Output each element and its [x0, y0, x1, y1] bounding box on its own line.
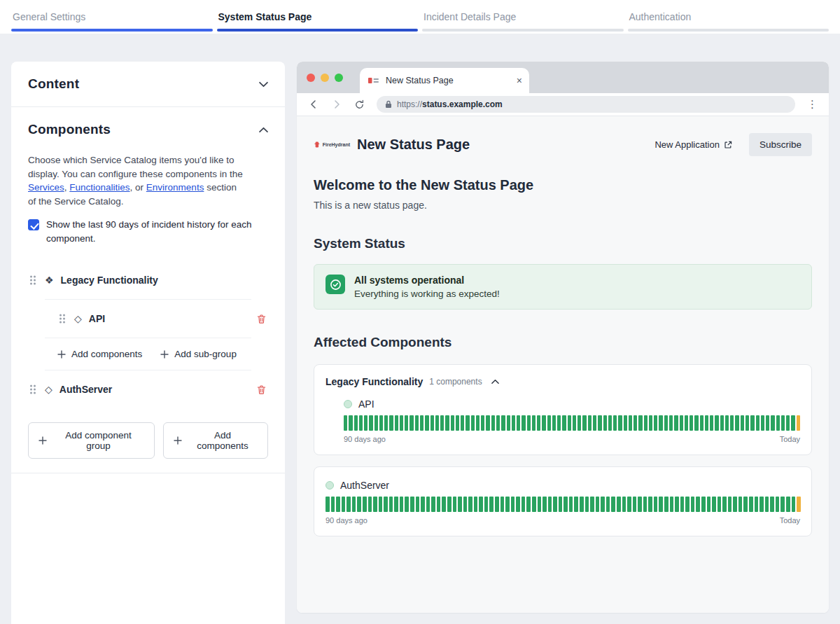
uptime-day-bar — [474, 497, 478, 512]
uptime-day-bar — [756, 415, 760, 431]
chevron-down-icon — [259, 81, 268, 88]
browser-chrome-bar: New Status Page × — [297, 62, 829, 93]
uptime-day-bar — [669, 415, 673, 431]
uptime-day-bar — [461, 415, 464, 431]
uptime-day-bar — [374, 415, 378, 431]
uptime-day-bar — [685, 415, 688, 431]
uptime-day-bar — [491, 415, 495, 431]
uptime-day-bar — [786, 415, 790, 431]
uptime-day-bar — [559, 497, 563, 512]
uptime-day-bar — [659, 415, 662, 431]
uptime-day-bar — [712, 497, 716, 512]
url-host: status.example.com — [422, 99, 503, 109]
new-application-link[interactable]: New Application — [654, 139, 732, 150]
drag-handle-icon[interactable] — [57, 312, 67, 326]
content-section-toggle[interactable]: Content — [11, 62, 285, 106]
uptime-day-bar — [670, 497, 674, 512]
uptime-day-bar — [738, 497, 743, 512]
add-component-group-button[interactable]: Add component group — [28, 422, 155, 459]
uptime-day-bar — [593, 415, 596, 431]
uptime-day-bar — [368, 497, 372, 512]
uptime-day-bar — [416, 497, 420, 512]
back-icon — [308, 99, 319, 110]
uptime-day-bar — [553, 497, 557, 512]
drag-handle-icon[interactable] — [28, 273, 38, 287]
uptime-day-bar — [410, 415, 413, 431]
uptime-start-label: 90 days ago — [344, 435, 386, 443]
uptime-day-bar — [537, 415, 540, 431]
uptime-day-bar — [507, 415, 510, 431]
check-circle-icon — [326, 275, 345, 294]
uptime-day-bar — [468, 497, 472, 512]
uptime-day-bar — [585, 497, 589, 512]
uptime-day-bar — [617, 497, 621, 512]
uptime-day-bar — [590, 497, 594, 512]
uptime-day-bar — [735, 415, 738, 431]
uptime-day-bar — [542, 415, 545, 431]
uptime-day-bar — [526, 497, 531, 512]
uptime-day-bar — [501, 415, 505, 431]
uptime-bars — [326, 497, 800, 512]
uptime-day-bar — [405, 497, 409, 512]
affected-components-heading: Affected Components — [314, 335, 812, 350]
panel-bottom-actions: Add component group Add components — [28, 408, 268, 473]
history-checkbox[interactable] — [28, 219, 39, 230]
components-section-toggle[interactable]: Components — [11, 107, 285, 152]
uptime-day-bar — [564, 497, 568, 512]
uptime-day-bar — [463, 497, 468, 512]
components-description: Choose which Service Catalog items you'd… — [28, 153, 246, 208]
uptime-day-bar — [675, 497, 679, 512]
component-group-card-header: Legacy Functionality 1 components — [326, 376, 800, 387]
environments-link[interactable]: Environments — [146, 182, 204, 193]
add-components-button[interactable]: Add components — [57, 349, 142, 359]
uptime-day-bar — [384, 497, 388, 512]
uptime-day-bar — [718, 497, 722, 512]
history-checkbox-row[interactable]: Show the last 90 days of incident histor… — [28, 218, 268, 246]
uptime-day-bar — [765, 497, 769, 512]
uptime-day-bar — [638, 415, 642, 431]
plus-icon — [160, 350, 169, 359]
add-components-button-bottom[interactable]: Add components — [163, 422, 268, 459]
uptime-day-bar — [766, 415, 769, 431]
traffic-lights — [307, 74, 343, 82]
uptime-day-bar — [481, 415, 484, 431]
uptime-day-bar — [746, 415, 749, 431]
uptime-day-bar — [659, 497, 663, 512]
services-link[interactable]: Services — [28, 182, 64, 193]
lock-icon — [385, 100, 392, 109]
minimize-window-icon — [321, 74, 329, 82]
add-components-bottom-label: Add components — [188, 430, 258, 451]
uptime-day-bar — [538, 497, 542, 512]
uptime-day-bar — [664, 415, 668, 431]
add-subgroup-button[interactable]: Add sub-group — [160, 349, 237, 359]
uptime-day-bar — [532, 497, 536, 512]
uptime-day-bar — [644, 415, 648, 431]
tab-system-status-page[interactable]: System Status Page — [217, 0, 419, 34]
delete-component-button[interactable] — [255, 383, 268, 396]
uptime-day-bar — [786, 497, 790, 512]
functionalities-link[interactable]: Functionalities — [69, 182, 130, 193]
collapse-chevron-up-icon[interactable] — [491, 379, 499, 384]
welcome-heading: Welcome to the New Status Page — [314, 177, 812, 193]
content-section-title: Content — [28, 76, 79, 92]
tab-general-settings[interactable]: General Settings — [11, 0, 213, 34]
preview-page-body: FireHydrant New Status Page New Applicat… — [297, 116, 829, 613]
uptime-day-bar — [364, 415, 368, 431]
uptime-day-bar — [598, 415, 601, 431]
uptime-day-bar — [730, 415, 734, 431]
component-row-authserver: ◇ AuthServer — [28, 370, 268, 408]
tab-authentication[interactable]: Authentication — [628, 0, 830, 34]
uptime-day-bar — [792, 497, 796, 512]
browser-tab-title: New Status Page — [386, 76, 454, 85]
tab-incident-details-page[interactable]: Incident Details Page — [422, 0, 624, 34]
uptime-day-bar — [445, 415, 449, 431]
operational-status-banner: All systems operational Everything is wo… — [314, 264, 812, 310]
delete-component-button[interactable] — [255, 312, 268, 326]
uptime-day-bar — [733, 497, 737, 512]
drag-handle-icon[interactable] — [28, 382, 38, 396]
uptime-day-bar — [346, 497, 351, 512]
uptime-day-bar — [741, 415, 744, 431]
subscribe-button[interactable]: Subscribe — [749, 133, 812, 156]
uptime-day-bar — [781, 415, 785, 431]
component-card: AuthServer 90 days ago Today — [314, 466, 812, 536]
